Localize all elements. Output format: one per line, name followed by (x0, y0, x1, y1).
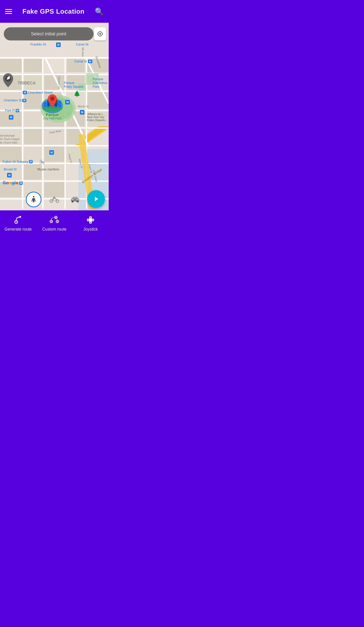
metro-badge-park-pl: M (9, 115, 13, 120)
fulton-st-label: Fulton St Subway M (3, 160, 33, 164)
worth-st-label: Worth St (78, 105, 88, 108)
svg-marker-83 (95, 197, 98, 201)
svg-rect-28 (0, 147, 21, 162)
svg-rect-4 (0, 58, 21, 72)
park-sublabel: City Hall Park (43, 117, 62, 120)
svg-point-59 (99, 33, 101, 35)
park-pl-label: Park Pl M (5, 109, 19, 112)
joystick-icon (85, 214, 96, 226)
svg-rect-42 (0, 127, 109, 129)
svg-rect-34 (44, 164, 64, 180)
bottom-nav: Generate route Custom route (0, 210, 109, 236)
app-header: Fake GPS Location 🔍 (0, 0, 109, 23)
svg-rect-82 (77, 199, 79, 200)
google-logo: Google (3, 180, 18, 186)
svg-rect-47 (22, 57, 23, 209)
svg-rect-49 (64, 57, 66, 209)
joystick-label: Joystick (83, 227, 98, 232)
svg-rect-5 (24, 58, 42, 72)
joystick-nav-item[interactable]: Joystick (73, 214, 109, 232)
chambers-st-left-label: Chambers St M (4, 99, 26, 102)
museum-icon: 🎠 (39, 159, 45, 165)
svg-point-95 (57, 221, 58, 222)
svg-rect-30 (44, 147, 64, 162)
svg-point-79 (72, 200, 74, 203)
search-placeholder: Select initial point (31, 31, 66, 37)
map-view[interactable]: Select initial point Franklin St M Canal… (0, 23, 109, 210)
target-icon (97, 31, 103, 37)
svg-point-80 (77, 200, 79, 203)
foley-square-label: ParqueFoley Square (64, 81, 83, 88)
play-icon (92, 195, 100, 203)
canal-st-top-label: Canal St (76, 42, 88, 46)
svg-point-87 (19, 216, 21, 218)
search-button[interactable]: 🔍 (95, 7, 104, 16)
menu-button[interactable] (5, 9, 12, 14)
edit-pin[interactable] (1, 72, 15, 89)
6th-ave-label: 6th Ave (81, 48, 84, 57)
metro-badge-mid: M (49, 150, 54, 155)
svg-point-74 (33, 196, 34, 197)
transport-mode-bar (26, 192, 83, 207)
svg-point-73 (50, 97, 54, 101)
franklin-st-label: Franklin St (30, 42, 46, 46)
svg-rect-81 (72, 199, 74, 200)
church-st-label: Church St (58, 76, 61, 89)
metro-badge-franklin: M (56, 42, 61, 47)
tribeca-label: TRIBECA (18, 81, 36, 85)
svg-point-93 (55, 217, 56, 218)
svg-rect-100 (89, 219, 92, 221)
search-bar[interactable]: Select initial point (4, 27, 94, 40)
metro-badge-broad: M (7, 173, 12, 177)
svg-rect-33 (24, 164, 42, 180)
custom-route-label: Custom route (42, 227, 66, 232)
location-pin[interactable]: Parque City Hall Park (42, 93, 63, 120)
svg-rect-43 (0, 145, 109, 146)
car-mode-button[interactable] (67, 192, 83, 207)
broad-st-label: Broad St (4, 167, 17, 171)
svg-rect-20 (24, 111, 42, 126)
metro-badge-city-hall: M (65, 100, 70, 104)
generate-route-icon (13, 214, 24, 226)
columbus-park-label: ParqueColumbusPark (93, 77, 107, 88)
svg-rect-25 (24, 129, 42, 144)
custom-route-icon (49, 214, 60, 226)
play-button[interactable] (87, 190, 105, 208)
museo-label: Museo marítimo (37, 168, 59, 171)
custom-route-nav-item[interactable]: Custom route (36, 214, 72, 232)
church-area-labels: sia episcopalSt. Paul's Chapelity Church… (0, 134, 19, 145)
walk-mode-button[interactable] (26, 192, 41, 207)
bike-mode-button[interactable] (47, 192, 62, 207)
jefatura-label: Jefatura de l...New York CityPolice Depa… (87, 113, 107, 122)
generate-route-label: Generate route (5, 227, 32, 232)
svg-rect-18 (87, 92, 109, 109)
svg-rect-15 (24, 92, 42, 109)
tree-icon: 🌲 (74, 91, 80, 97)
app-title: Fake GPS Location (22, 8, 84, 15)
metro-badge-city-hall2: M (80, 110, 84, 115)
svg-rect-40 (0, 91, 109, 92)
svg-point-85 (16, 221, 17, 222)
svg-rect-38 (0, 57, 109, 59)
svg-point-88 (18, 217, 19, 218)
canal-st-label: Canal St M (74, 59, 92, 63)
locate-button[interactable] (94, 27, 106, 40)
svg-rect-48 (42, 57, 43, 209)
svg-point-90 (51, 221, 52, 222)
generate-route-nav-item[interactable]: Generate route (0, 214, 36, 232)
